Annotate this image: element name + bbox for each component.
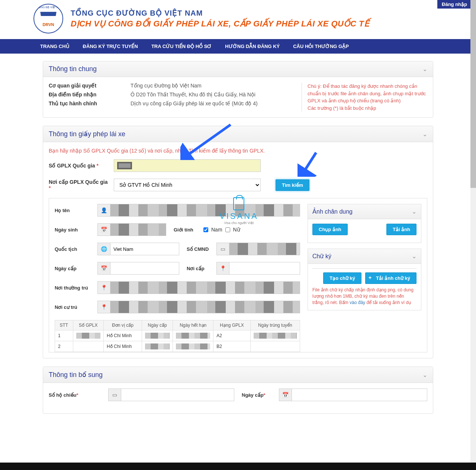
create-signature-button[interactable]: Tạo chữ ký xyxy=(323,272,361,284)
panel-license-info: Thông tin giấy phép lái xe ⌄ Bạn hãy nhậ… xyxy=(43,126,433,358)
pin-icon: 📍 xyxy=(97,281,110,294)
service-title: DỊCH VỤ CÔNG ĐỔI GIẤY PHÉP LÁI XE, CẤP G… xyxy=(71,19,369,29)
calendar-icon: 📅 xyxy=(97,262,110,275)
panel-additional-info: Thông tin bổ sung ⌄ Số hộ chiếu* ▭ Ngày … xyxy=(43,367,433,414)
calendar-icon: 📅 xyxy=(279,389,292,401)
calendar-icon: 📅 xyxy=(97,223,110,236)
curr-addr-input[interactable] xyxy=(110,301,300,313)
cmnd-input[interactable] xyxy=(229,243,300,255)
fullname-input[interactable] xyxy=(110,204,300,217)
upload-signature-button[interactable]: Tải ảnh chữ ký xyxy=(365,272,416,284)
nav-home[interactable]: TRANG CHỦ xyxy=(33,39,76,54)
signature-panel: Chữ ký⌄ Tạo chữ ký Tải ảnh chữ ký File ả… xyxy=(308,249,421,310)
chevron-down-icon: ⌄ xyxy=(412,208,416,215)
person-icon: 👤 xyxy=(97,204,110,217)
globe-icon: 🌐 xyxy=(97,243,110,255)
scrollbar[interactable] xyxy=(470,0,476,429)
signature-header[interactable]: Chữ ký⌄ xyxy=(308,249,421,264)
table-row: 1Hồ Chí MinhA2 xyxy=(55,330,300,341)
gender-female-checkbox[interactable] xyxy=(225,227,230,232)
org-title: TỔNG CỤC ĐƯỜNG BỘ VIỆT NAM xyxy=(71,9,369,17)
perm-addr-input[interactable] xyxy=(110,281,300,294)
search-button[interactable]: Tìm kiếm xyxy=(276,179,309,191)
panel-general-header[interactable]: Thông tin chung ⌄ xyxy=(43,61,433,77)
nav-guide[interactable]: HƯỚNG DẪN ĐĂNG KÝ xyxy=(218,39,286,54)
portrait-panel: Ảnh chân dung⌄ Chụp ảnh Tải ảnh xyxy=(308,204,421,243)
gplx-place-label: Nơi cấp GPLX Quốc gia* xyxy=(49,179,114,191)
passport-input[interactable] xyxy=(121,389,234,401)
issue-date-input[interactable] xyxy=(110,262,179,275)
gplx-number-input[interactable] xyxy=(114,159,261,172)
warning-note: Chú ý: Để thao tác đăng ký được nhanh ch… xyxy=(302,83,427,112)
page-header: ĐƯỜNG BỘ VIỆT NAM DRVN TỔNG CỤC ĐƯỜNG BỘ… xyxy=(33,0,443,39)
dob-input[interactable] xyxy=(110,223,166,236)
capture-photo-button[interactable]: Chụp ảnh xyxy=(312,224,348,235)
upload-photo-button[interactable]: Tải ảnh xyxy=(386,224,416,235)
portrait-header[interactable]: Ảnh chân dung⌄ xyxy=(308,204,421,219)
gplx-table: STT Số GPLX Đơn vị cấp Ngày cấp Ngày hết… xyxy=(55,320,300,352)
login-button[interactable]: Đăng nhập xyxy=(437,0,472,9)
gender-male-checkbox[interactable] xyxy=(203,227,208,232)
panel-license-header[interactable]: Thông tin giấy phép lái xe ⌄ xyxy=(43,126,433,142)
chevron-down-icon: ⌄ xyxy=(422,371,427,378)
nationality-input[interactable] xyxy=(110,243,179,255)
pin-icon: 📍 xyxy=(216,262,229,275)
example-link[interactable]: vào đây xyxy=(350,300,365,305)
panel-general-info: Thông tin chung ⌄ Cơ quan giải quyếtTổng… xyxy=(43,61,433,118)
chevron-down-icon: ⌄ xyxy=(412,253,416,260)
main-nav: TRANG CHỦ ĐĂNG KÝ TRỰC TUYẾN TRA CỨU TIẾ… xyxy=(0,39,476,54)
card-icon: ▭ xyxy=(216,243,229,255)
issue-place-input[interactable] xyxy=(229,262,300,275)
signature-note: File ảnh chữ ký chấp nhận định dạng png,… xyxy=(312,287,416,306)
nav-lookup[interactable]: TRA CỨU TIẾN ĐỘ HỒ SƠ xyxy=(145,39,218,54)
instruction-text: Bạn hãy nhập Số GPLX Quốc gia (12 số) và… xyxy=(49,148,427,154)
nav-register[interactable]: ĐĂNG KÝ TRỰC TUYẾN xyxy=(76,39,145,54)
gplx-number-label: Số GPLX Quốc gia * xyxy=(49,163,114,169)
nav-faq[interactable]: CÂU HỎI THƯỜNG GẶP xyxy=(286,39,356,54)
passport-date-input[interactable] xyxy=(292,389,427,401)
chevron-down-icon: ⌄ xyxy=(422,65,427,73)
table-row: 2Hồ Chí MinhB2 xyxy=(55,341,300,352)
chevron-down-icon: ⌄ xyxy=(422,131,427,138)
gplx-place-select[interactable]: Sở GTVT Hồ Chí Minh xyxy=(114,179,261,191)
pin-icon: 📍 xyxy=(97,301,110,313)
drvn-logo: ĐƯỜNG BỘ VIỆT NAM DRVN xyxy=(33,4,63,33)
panel-additional-header[interactable]: Thông tin bổ sung ⌄ xyxy=(43,367,433,383)
scroll-thumb[interactable] xyxy=(470,0,476,188)
card-icon: ▭ xyxy=(108,389,121,401)
